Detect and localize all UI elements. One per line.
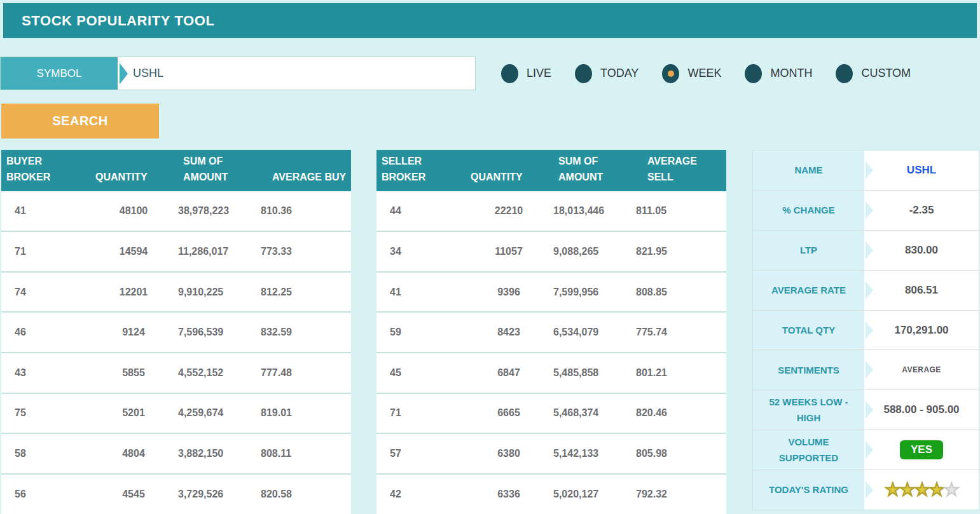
quantity-cell: 6847 <box>466 353 552 393</box>
search-button[interactable]: SEARCH <box>1 104 159 139</box>
sum-cell: 9,088,265 <box>552 231 632 272</box>
summary-row-name: NAME USHL <box>753 151 979 190</box>
broker-cell: 57 <box>376 433 466 474</box>
quantity-cell: 5855 <box>90 353 177 393</box>
star-filled-icon: ★ <box>899 481 915 499</box>
average-cell: 801.21 <box>632 353 726 393</box>
buyer-table-row: 74 12201 9,910,225 812.25 <box>1 272 351 313</box>
average-cell: 812.25 <box>257 272 351 313</box>
timeframe-radio[interactable]: LIVE <box>501 64 551 83</box>
symbol-field-label: SYMBOL <box>1 57 118 90</box>
average-cell: 820.46 <box>632 393 726 434</box>
radio-button-icon[interactable] <box>501 64 518 83</box>
radio-label: MONTH <box>770 67 812 80</box>
52-weeks-low-high-value: 588.00 - 905.00 <box>864 390 979 429</box>
buyer-table-row: 75 5201 4,259,674 819.01 <box>1 393 351 434</box>
column-header-seller-broker: SELLER BROKER <box>376 150 466 191</box>
broker-cell: 74 <box>1 272 90 313</box>
column-header-quantity: QUANTITY <box>466 150 552 191</box>
sum-cell: 5,468,374 <box>552 393 632 434</box>
quantity-cell: 6665 <box>466 393 552 434</box>
sum-cell: 9,910,225 <box>177 272 257 313</box>
summary-row-volume-supported: VOLUME SUPPORTED YES <box>753 429 979 470</box>
sum-cell: 4,552,152 <box>177 353 257 393</box>
broker-cell: 45 <box>376 353 466 393</box>
radio-button-icon[interactable] <box>575 64 592 83</box>
buyer-table-row: 58 4804 3,882,150 808.11 <box>1 433 351 474</box>
seller-table-body: 44 22210 18,013,446 811.05 34 11057 9,08… <box>376 191 726 514</box>
summary-label: TODAY'S RATING <box>753 470 864 510</box>
summary-label: VOLUME SUPPORTED <box>753 430 864 470</box>
seller-table-row: 71 6665 5,468,374 820.46 <box>376 393 726 434</box>
buyer-table-row: 56 4545 3,729,526 820.58 <box>1 474 351 514</box>
quantity-cell: 12201 <box>90 272 177 313</box>
average-cell: 808.85 <box>632 272 726 313</box>
stock-summary-panel: NAME USHL % CHANGE -2.35 LTP 830.00 AVER… <box>752 150 979 510</box>
sum-cell: 5,020,127 <box>552 474 632 514</box>
main-content: BUYER BROKER QUANTITY SUM OF AMOUNT AVER… <box>0 150 980 514</box>
average-cell: 777.48 <box>257 353 351 393</box>
quantity-cell: 14594 <box>90 231 177 272</box>
quantity-cell: 4545 <box>90 474 177 514</box>
quantity-cell: 22210 <box>466 191 552 232</box>
total-qty-value: 170,291.00 <box>864 311 979 350</box>
broker-cell: 58 <box>1 433 90 474</box>
todays-rating-value: ★★★★★ <box>864 470 979 510</box>
buyer-table-header: BUYER BROKER QUANTITY SUM OF AMOUNT AVER… <box>1 150 351 191</box>
seller-table-row: 34 11057 9,088,265 821.95 <box>376 231 726 272</box>
buyer-table-row: 43 5855 4,552,152 777.48 <box>1 353 351 393</box>
average-cell: 820.58 <box>257 474 351 514</box>
summary-label: AVERAGE RATE <box>753 271 864 310</box>
sum-cell: 4,259,674 <box>177 393 257 434</box>
average-cell: 808.11 <box>257 433 351 474</box>
quantity-cell: 4804 <box>90 433 177 474</box>
buyer-table-row: 46 9124 7,596,539 832.59 <box>1 312 351 353</box>
timeframe-radio[interactable]: CUSTOM <box>836 64 911 83</box>
controls-row: SYMBOL LIVE TODAY WEEK MONTH <box>0 57 980 90</box>
summary-row-change: % CHANGE -2.35 <box>753 190 979 230</box>
app-header: STOCK POPULARITY TOOL <box>3 3 977 38</box>
symbol-field-group: SYMBOL <box>0 57 476 90</box>
seller-table-row: 57 6380 5,142,133 805.98 <box>376 433 726 474</box>
quantity-cell: 9124 <box>90 312 177 353</box>
sum-cell: 3,882,150 <box>177 433 257 474</box>
summary-row-52-weeks: 52 WEEKS LOW - HIGH 588.00 - 905.00 <box>753 389 979 429</box>
column-header-buyer-broker: BUYER BROKER <box>1 150 90 191</box>
radio-button-icon[interactable] <box>836 64 853 83</box>
symbol-input[interactable] <box>118 57 475 90</box>
summary-label: TOTAL QTY <box>753 311 864 350</box>
star-empty-icon: ★ <box>944 481 960 499</box>
sum-cell: 6,534,079 <box>552 312 632 353</box>
summary-label: LTP <box>753 231 864 270</box>
timeframe-radio[interactable]: MONTH <box>745 64 812 83</box>
average-cell: 805.98 <box>632 433 726 474</box>
summary-row-total-qty: TOTAL QTY 170,291.00 <box>753 310 979 350</box>
broker-cell: 75 <box>1 393 90 434</box>
column-header-sum-of-amount: SUM OF AMOUNT <box>177 150 257 191</box>
quantity-cell: 9396 <box>466 272 552 313</box>
seller-table-row: 45 6847 5,485,858 801.21 <box>376 353 726 393</box>
volume-supported-badge: YES <box>900 440 943 459</box>
radio-button-icon[interactable] <box>662 64 679 83</box>
volume-supported-value: YES <box>864 430 979 470</box>
buyer-table-row: 41 48100 38,978,223 810.36 <box>1 191 351 232</box>
radio-button-icon[interactable] <box>745 64 762 83</box>
timeframe-radio[interactable]: WEEK <box>662 64 721 83</box>
radio-label: WEEK <box>687 67 721 80</box>
broker-cell: 71 <box>1 231 90 272</box>
radio-label: TODAY <box>600 67 638 80</box>
timeframe-radio[interactable]: TODAY <box>575 64 638 83</box>
radio-label: LIVE <box>527 67 551 80</box>
average-rate-value: 806.51 <box>864 271 979 310</box>
buyer-broker-table: BUYER BROKER QUANTITY SUM OF AMOUNT AVER… <box>1 150 351 514</box>
quantity-cell: 6380 <box>466 433 552 474</box>
broker-cell: 56 <box>1 474 90 514</box>
buyer-table-body: 41 48100 38,978,223 810.36 71 14594 11,2… <box>1 191 351 514</box>
sum-cell: 7,599,956 <box>552 272 632 313</box>
sum-cell: 3,729,526 <box>177 474 257 514</box>
buyer-table-row: 71 14594 11,286,017 773.33 <box>1 231 351 272</box>
summary-label: 52 WEEKS LOW - HIGH <box>753 390 864 429</box>
broker-cell: 42 <box>376 474 466 514</box>
summary-row-rating: TODAY'S RATING ★★★★★ <box>753 470 979 510</box>
average-cell: 775.74 <box>632 312 726 353</box>
